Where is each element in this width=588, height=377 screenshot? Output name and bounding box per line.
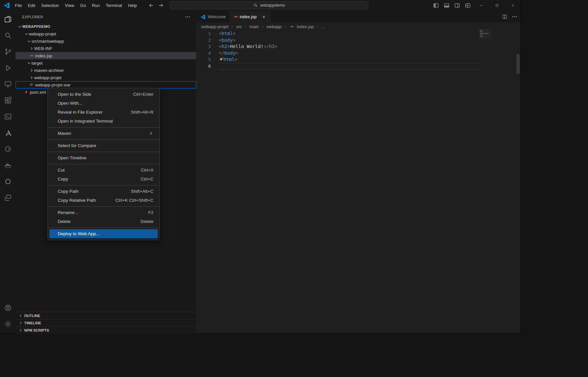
tab-welcome[interactable]: Welcome [196,11,230,23]
tree-item-web-inf[interactable]: WEB-INF [16,45,196,52]
submenu-chevron-icon [148,131,153,136]
back-icon[interactable] [148,3,154,8]
context-menu-item-open-with[interactable]: Open With... [48,99,159,108]
section-timeline[interactable]: TIMELINE [16,319,196,327]
menu-view[interactable]: View [62,2,77,9]
remote-explorer-icon[interactable] [0,76,16,92]
menu-help[interactable]: Help [125,2,140,9]
context-menu-item-open-timeline[interactable]: Open Timeline [48,153,159,162]
code-line-2[interactable]: 2<body> [196,37,514,44]
file-tree: WEBAPPDEMOwebapp-projetsrc\main\webappWE… [16,23,196,96]
breadcrumb-item-main[interactable]: main [250,24,259,29]
breadcrumb-item-webapp-projet[interactable]: webapp-projet [201,24,228,29]
context-menu-item-open-in-integrated-terminal[interactable]: Open in Integrated Terminal [48,117,159,126]
menu-edit[interactable]: Edit [25,2,38,9]
context-menu-item-reveal-in-file-explorer[interactable]: Reveal in File ExplorerShift+Alt+R [48,108,159,117]
toggle-primary-sidebar-button[interactable] [431,0,441,11]
settings-icon[interactable] [0,316,16,332]
tab-index-jsp[interactable]: <>index.jsp [230,11,270,23]
menu-item-label: Open in Integrated Terminal [58,119,113,124]
chevron-right-icon[interactable] [29,75,34,80]
menu-item-shortcut: Ctrl+X [141,168,153,173]
search-icon [253,3,258,8]
chevron-down-icon[interactable] [17,24,22,29]
accounts-icon[interactable] [0,299,16,316]
breadcrumb-label: webapp [266,24,282,29]
context-menu-item-cut[interactable]: CutCtrl+X [48,166,159,175]
tree-item-label: webapp-projet [34,75,61,80]
chevron-down-icon[interactable] [26,39,31,44]
menu-terminal[interactable]: Terminal [103,2,125,9]
tree-item-index-jsp[interactable]: <>index.jsp [16,52,196,59]
breadcrumb-separator-icon [244,25,248,29]
explorer-icon[interactable] [0,11,16,27]
editor-actions [502,11,517,23]
context-menu-item-select-for-compare[interactable]: Select for Compare [48,141,159,150]
customize-layout-button[interactable] [462,0,473,11]
context-menu-item-rename[interactable]: Rename...F2 [48,208,159,217]
gradle-icon[interactable] [0,141,16,157]
chevron-down-icon[interactable] [24,31,29,36]
minimap[interactable] [479,29,492,39]
chevron-right-icon[interactable] [29,46,34,51]
menu-item-shortcut: Ctrl+K Ctrl+Shift+C [115,198,153,203]
toggle-secondary-sidebar-button[interactable] [452,0,462,11]
context-menu-item-copy-relative-path[interactable]: Copy Relative PathCtrl+K Ctrl+Shift+C [48,196,159,205]
section-npm-scripts[interactable]: NPM SCRIPTS [16,326,196,334]
chevron-right-icon[interactable] [29,68,34,73]
menu-selection[interactable]: Selection [38,2,62,9]
maximize-button[interactable] [489,0,505,11]
section-outline[interactable]: OUTLINE [16,312,196,319]
menu-separator [48,152,159,152]
menu-go[interactable]: Go [77,2,89,9]
tree-item-webapp-projet[interactable]: webapp-projet [16,74,196,81]
search-icon[interactable] [0,27,16,43]
breadcrumb-item-index-jsp[interactable]: <>index.jsp [289,24,314,29]
tree-item-maven-archiver[interactable]: maven-archiver [16,67,196,74]
terminal-icon[interactable] [0,108,16,125]
context-menu-item-maven[interactable]: Maven [48,129,159,138]
extensions-icon[interactable] [0,92,16,108]
menu-file[interactable]: File [12,2,25,9]
context-menu-item-deploy-to-web-app[interactable]: Deploy to Web App... [49,229,158,238]
forward-icon[interactable] [158,3,164,8]
breadcrumb-item-webapp[interactable]: webapp [266,24,282,29]
menu-item-label: Cut [58,168,65,173]
tree-item-webapp-projet-war[interactable]: webapp-projet.war [16,81,196,88]
minimize-button[interactable] [473,0,489,11]
menu-run[interactable]: Run [89,2,103,9]
command-center-search[interactable]: webappdemo [170,1,368,9]
explorer-more-actions-icon[interactable] [185,14,190,20]
tree-item-webapp-projet[interactable]: webapp-projet [16,30,196,37]
code-line-5[interactable]: 5html> [196,56,514,63]
remote-windows-icon[interactable] [0,189,16,206]
toggle-panel-button[interactable] [441,0,452,11]
context-menu-item-copy[interactable]: CopyCtrl+C [48,175,159,184]
close-tab-icon[interactable] [262,15,266,19]
close-button[interactable] [505,0,521,11]
context-menu-item-copy-path[interactable]: Copy PathShift+Alt+C [48,187,159,196]
code-line-4[interactable]: 4</body> [196,50,514,57]
context-menu-item-delete[interactable]: DeleteDelete [48,217,159,226]
context-menu-item-open-to-the-side[interactable]: Open to the SideCtrl+Enter [48,90,159,99]
chevron-down-icon[interactable] [26,61,31,66]
window-controls [431,0,521,11]
scrollbar-thumb[interactable] [516,54,520,74]
azure-icon[interactable] [0,125,16,141]
breadcrumb-item-item[interactable]: ... [322,24,325,29]
kubernetes-icon[interactable] [0,173,16,189]
run-and-debug-icon[interactable] [0,60,16,76]
docker-icon[interactable] [0,157,16,173]
breadcrumb-label: webapp-projet [201,24,228,29]
source-control-icon[interactable] [0,43,16,60]
tree-item-target[interactable]: target [16,59,196,67]
editor-more-actions-icon[interactable] [512,14,517,20]
menu-separator [48,228,159,228]
tree-item-src-main-webapp[interactable]: src\main\webapp [16,37,196,45]
code-line-1[interactable]: 1<html> [196,30,514,37]
split-editor-icon[interactable] [502,14,507,20]
tree-item-webappdemo[interactable]: WEBAPPDEMO [16,23,196,30]
code-line-3[interactable]: 3<h2>Hello World!</h2> [196,43,514,50]
breadcrumb-item-src[interactable]: src [236,24,242,29]
menu-separator [48,206,159,207]
